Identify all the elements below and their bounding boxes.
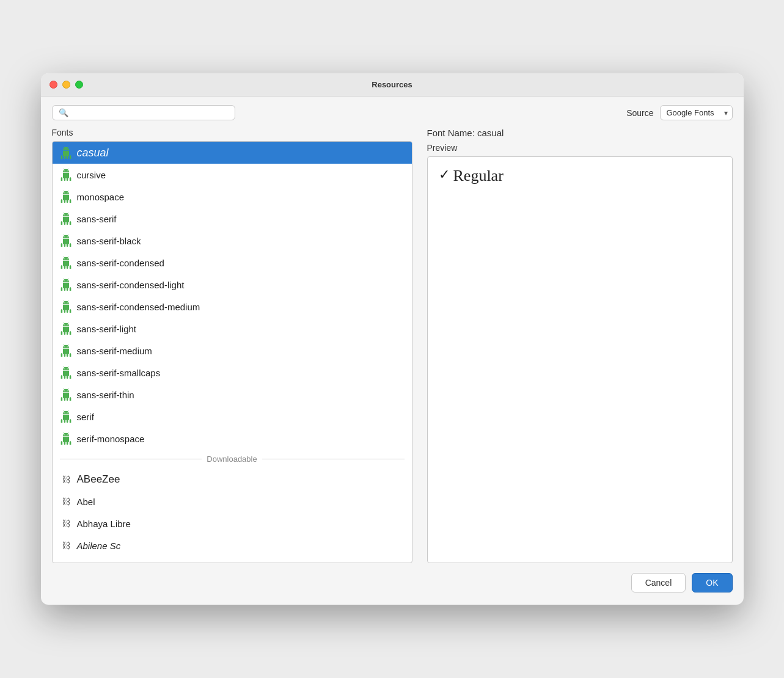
font-name-abeezee: ABeeZee bbox=[77, 473, 120, 486]
font-name-serif-monospace: serif-monospace bbox=[77, 434, 145, 444]
font-name-sans-serif: sans-serif bbox=[77, 214, 117, 224]
font-name-casual: casual bbox=[77, 147, 109, 159]
font-name-sans-serif-thin: sans-serif-thin bbox=[77, 390, 134, 400]
android-icon bbox=[60, 366, 72, 379]
font-item-sans-serif-condensed-light[interactable]: sans-serif-condensed-light bbox=[53, 274, 412, 296]
font-name-abhaya-libre: Abhaya Libre bbox=[77, 519, 131, 529]
font-name-monospace: monospace bbox=[77, 192, 125, 202]
font-item-abilene-sc[interactable]: ⛓ Abilene Sc bbox=[53, 534, 412, 556]
font-item-serif-monospace[interactable]: serif-monospace bbox=[53, 428, 412, 450]
font-name-sans-serif-light: sans-serif-light bbox=[77, 324, 137, 334]
source-label: Source bbox=[626, 108, 653, 118]
search-box[interactable]: 🔍 bbox=[52, 105, 235, 120]
font-name-abel: Abel bbox=[77, 497, 95, 507]
downloadable-separator: Downloadable bbox=[53, 450, 412, 468]
search-input[interactable] bbox=[72, 108, 229, 117]
maximize-button[interactable] bbox=[75, 81, 83, 89]
traffic-lights bbox=[49, 81, 83, 89]
font-name-cursive: cursive bbox=[77, 170, 106, 180]
android-icon bbox=[60, 410, 72, 423]
toolbar: 🔍 Source Google Fonts bbox=[41, 97, 744, 128]
font-name-prefix: Font Name: bbox=[427, 128, 478, 138]
close-button[interactable] bbox=[49, 81, 57, 89]
android-icon bbox=[60, 147, 72, 159]
source-row: Source Google Fonts bbox=[626, 105, 732, 120]
font-name-sans-serif-condensed-light: sans-serif-condensed-light bbox=[77, 280, 185, 290]
android-icon bbox=[60, 169, 72, 181]
link-icon: ⛓ bbox=[60, 539, 72, 552]
source-select-wrapper[interactable]: Google Fonts bbox=[660, 105, 733, 120]
font-item-abel[interactable]: ⛓ Abel bbox=[53, 490, 412, 512]
font-name-abilene-sc: Abilene Sc bbox=[77, 541, 121, 551]
preview-box: ✓ Regular bbox=[427, 156, 733, 563]
android-icon bbox=[60, 279, 72, 291]
minimize-button[interactable] bbox=[62, 81, 70, 89]
link-icon: ⛓ bbox=[60, 495, 72, 508]
search-icon: 🔍 bbox=[59, 108, 68, 117]
preview-text: Regular bbox=[453, 167, 504, 185]
android-icon bbox=[60, 213, 72, 225]
font-list-container: casual cursive bbox=[52, 141, 412, 563]
dialog: Resources 🔍 Source Google Fonts Fonts bbox=[41, 73, 744, 605]
font-item-sans-serif-condensed-medium[interactable]: sans-serif-condensed-medium bbox=[53, 296, 412, 318]
font-item-sans-serif-medium[interactable]: sans-serif-medium bbox=[53, 340, 412, 362]
android-icon bbox=[60, 191, 72, 203]
font-item-sans-serif-smallcaps[interactable]: sans-serif-smallcaps bbox=[53, 362, 412, 384]
font-item-sans-serif[interactable]: sans-serif bbox=[53, 208, 412, 230]
font-list[interactable]: casual cursive bbox=[53, 142, 412, 563]
bottom-bar: Cancel OK bbox=[41, 563, 744, 605]
android-icon bbox=[60, 388, 72, 401]
android-icon bbox=[60, 344, 72, 357]
android-icon bbox=[60, 432, 72, 445]
font-item-cursive[interactable]: cursive bbox=[53, 164, 412, 186]
ok-button[interactable]: OK bbox=[692, 573, 732, 592]
font-name-sans-serif-condensed: sans-serif-condensed bbox=[77, 258, 164, 268]
fonts-label: Fonts bbox=[52, 128, 412, 141]
separator-line-right bbox=[262, 459, 405, 459]
preview-checkmark: ✓ bbox=[439, 167, 450, 183]
link-icon: ⛓ bbox=[60, 517, 72, 530]
right-panel: Font Name: casual Preview ✓ Regular bbox=[412, 128, 733, 563]
android-icon bbox=[60, 257, 72, 269]
font-name-display: Font Name: casual bbox=[427, 128, 733, 138]
font-item-abhaya-libre[interactable]: ⛓ Abhaya Libre bbox=[53, 512, 412, 534]
font-name-sans-serif-smallcaps: sans-serif-smallcaps bbox=[77, 368, 161, 378]
window-title: Resources bbox=[372, 80, 412, 89]
downloadable-label: Downloadable bbox=[207, 454, 257, 464]
main-content: Fonts casual bbox=[41, 128, 744, 563]
separator-line-left bbox=[60, 459, 202, 459]
source-select[interactable]: Google Fonts bbox=[660, 105, 733, 120]
content-area: Fonts casual bbox=[52, 128, 733, 563]
font-name-serif: serif bbox=[77, 412, 94, 422]
font-item-monospace[interactable]: monospace bbox=[53, 186, 412, 208]
font-item-sans-serif-black[interactable]: sans-serif-black bbox=[53, 230, 412, 252]
android-icon bbox=[60, 235, 72, 247]
font-name-value: casual bbox=[477, 128, 504, 138]
font-item-casual[interactable]: casual bbox=[53, 142, 412, 164]
font-name-sans-serif-black: sans-serif-black bbox=[77, 236, 141, 246]
font-item-abeezee[interactable]: ⛓ ABeeZee bbox=[53, 468, 412, 490]
left-panel: Fonts casual bbox=[52, 128, 412, 563]
title-bar: Resources bbox=[41, 73, 744, 97]
android-icon bbox=[60, 323, 72, 335]
font-name-sans-serif-medium: sans-serif-medium bbox=[77, 346, 152, 356]
cancel-button[interactable]: Cancel bbox=[631, 573, 686, 592]
preview-label: Preview bbox=[427, 143, 733, 153]
font-name-sans-serif-condensed-medium: sans-serif-condensed-medium bbox=[77, 302, 200, 312]
android-icon bbox=[60, 301, 72, 313]
font-item-sans-serif-light[interactable]: sans-serif-light bbox=[53, 318, 412, 340]
font-item-sans-serif-condensed[interactable]: sans-serif-condensed bbox=[53, 252, 412, 274]
font-item-serif[interactable]: serif bbox=[53, 406, 412, 428]
font-item-sans-serif-thin[interactable]: sans-serif-thin bbox=[53, 384, 412, 406]
link-icon: ⛓ bbox=[60, 473, 72, 486]
